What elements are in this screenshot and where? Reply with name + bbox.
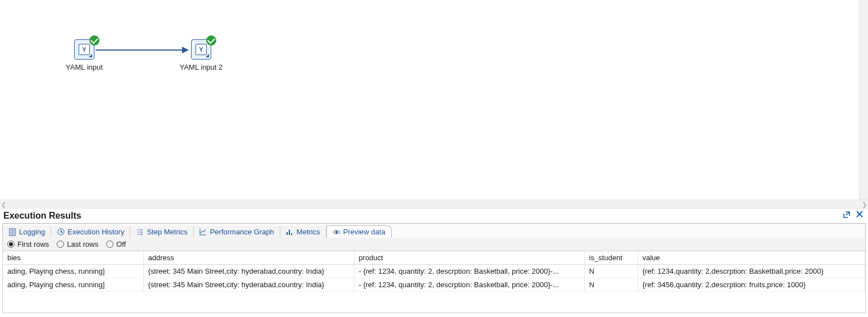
tab-logging[interactable]: Logging bbox=[3, 226, 51, 238]
table-row[interactable]: ading, Playing chess, running] {street: … bbox=[3, 278, 865, 292]
radio-label: Last rows bbox=[67, 240, 98, 248]
radio-label: First rows bbox=[17, 240, 49, 248]
radio-dot-icon bbox=[57, 241, 64, 248]
node-label: YAML input 2 bbox=[167, 63, 235, 71]
table-header-row: bies address product is_student value bbox=[3, 251, 865, 265]
cell: {ref: 1234,quantity: 2,descrption: Baske… bbox=[638, 265, 865, 278]
yaml-node-icon: Y bbox=[74, 39, 94, 60]
bar-chart-icon bbox=[286, 228, 294, 236]
radio-label: Off bbox=[116, 240, 126, 248]
preview-table: bies address product is_student value ad… bbox=[3, 251, 865, 292]
node-yaml-input-1[interactable]: Y YAML input bbox=[51, 39, 118, 71]
scroll-right-icon[interactable]: ❯ bbox=[862, 201, 867, 209]
cell: ading, Playing chess, running] bbox=[3, 265, 143, 278]
col-header[interactable]: value bbox=[638, 251, 865, 265]
table-row[interactable]: ading, Playing chess, running] {street: … bbox=[3, 265, 865, 278]
canvas-horizontal-scrollbar[interactable]: ❮ ❯ bbox=[0, 200, 868, 209]
preview-row-mode: First rows Last rows Off bbox=[2, 238, 866, 251]
node-output-handle-icon bbox=[89, 54, 92, 57]
node-yaml-input-2[interactable]: Y YAML input 2 bbox=[167, 39, 235, 71]
tab-metrics[interactable]: Metrics bbox=[280, 226, 326, 238]
cell: N bbox=[584, 278, 638, 292]
clock-icon bbox=[57, 228, 65, 236]
tab-label: Execution History bbox=[67, 228, 124, 236]
close-icon[interactable] bbox=[856, 210, 864, 221]
col-header[interactable]: is_student bbox=[584, 251, 638, 265]
line-chart-icon bbox=[199, 228, 207, 236]
cell: {street: 345 Main Street,city: hyderabad… bbox=[143, 278, 354, 292]
eye-icon bbox=[333, 228, 340, 236]
tab-label: Logging bbox=[19, 228, 45, 236]
radio-last-rows[interactable]: Last rows bbox=[57, 240, 98, 248]
node-label: YAML input bbox=[51, 63, 118, 71]
radio-dot-icon bbox=[106, 241, 113, 248]
tab-label: Performance Graph bbox=[210, 228, 274, 236]
document-icon bbox=[8, 228, 16, 236]
preview-table-container: bies address product is_student value ad… bbox=[2, 251, 866, 313]
cell: ading, Playing chess, running] bbox=[3, 278, 143, 292]
results-panel-actions bbox=[842, 210, 864, 221]
svg-point-2 bbox=[335, 231, 338, 233]
node-output-handle-icon bbox=[206, 54, 209, 57]
col-header[interactable]: address bbox=[143, 251, 354, 265]
col-header[interactable]: product bbox=[354, 251, 584, 265]
workflow-canvas-container: Y YAML input Y YAML input 2 bbox=[0, 0, 868, 200]
success-check-icon bbox=[89, 35, 99, 46]
results-panel-header: Execution Results bbox=[0, 209, 868, 222]
cell: - {ref: 1234, quantity: 2, descrption: B… bbox=[354, 265, 584, 278]
col-header[interactable]: bies bbox=[3, 251, 143, 265]
yaml-glyph: Y bbox=[79, 44, 90, 55]
tab-label: Metrics bbox=[297, 228, 320, 236]
tab-label: Step Metrics bbox=[147, 228, 187, 236]
radio-off[interactable]: Off bbox=[106, 240, 126, 248]
workflow-canvas[interactable]: Y YAML input Y YAML input 2 bbox=[0, 0, 858, 200]
tab-step-metrics[interactable]: Step Metrics bbox=[130, 226, 193, 238]
results-tabbar: Logging Execution History Step Metrics P… bbox=[2, 223, 866, 238]
cell: {ref: 3456,quantity: 2,descrption: fruit… bbox=[638, 278, 865, 292]
cell: {street: 345 Main Street,city: hyderabad… bbox=[143, 265, 354, 278]
success-check-icon bbox=[206, 35, 216, 46]
cell: N bbox=[584, 265, 638, 278]
tab-execution-history[interactable]: Execution History bbox=[51, 226, 130, 238]
radio-dot-icon bbox=[7, 241, 15, 248]
tab-label: Preview data bbox=[343, 228, 385, 236]
tab-performance-graph[interactable]: Performance Graph bbox=[194, 226, 280, 238]
list-icon bbox=[136, 228, 144, 236]
yaml-node-icon: Y bbox=[191, 39, 211, 60]
scroll-left-icon[interactable]: ❮ bbox=[1, 201, 6, 209]
results-panel-title: Execution Results bbox=[3, 211, 81, 221]
yaml-glyph: Y bbox=[196, 44, 207, 55]
cell: - {ref: 1234, quantity: 2, descrption: B… bbox=[354, 278, 584, 292]
radio-first-rows[interactable]: First rows bbox=[7, 240, 49, 248]
tab-preview-data[interactable]: Preview data bbox=[326, 225, 392, 238]
popout-icon[interactable] bbox=[842, 210, 851, 221]
